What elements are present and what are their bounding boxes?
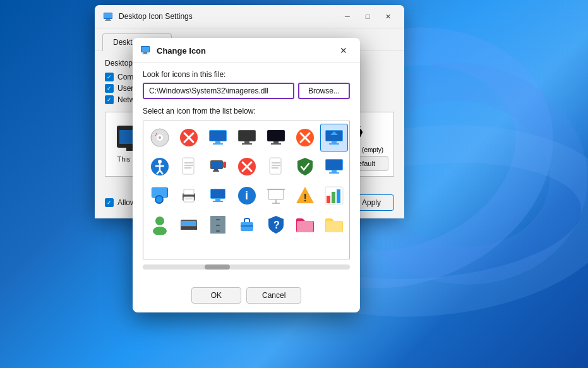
svg-rect-70 [211, 189, 225, 198]
icon-printer[interactable] [175, 182, 203, 210]
dis-window-icon [102, 11, 114, 22]
icon-x-red[interactable] [175, 124, 203, 151]
svg-rect-81 [327, 196, 330, 203]
checkbox-network-check: ✓ [105, 95, 114, 104]
icon-presentation[interactable] [262, 182, 290, 210]
dis-titlebar: Desktop Icon Settings ─ □ ✕ [95, 5, 404, 28]
svg-rect-46 [211, 161, 222, 169]
dis-close-button[interactable]: ✕ [379, 10, 397, 23]
svg-point-64 [156, 196, 162, 203]
svg-rect-96 [241, 222, 253, 231]
svg-rect-17 [215, 141, 220, 143]
svg-rect-1 [104, 13, 112, 18]
checkbox-user-check: ✓ [105, 84, 114, 93]
icon-globe[interactable] [146, 182, 174, 210]
ci-file-row: Browse... [143, 83, 350, 99]
svg-rect-94 [216, 225, 220, 226]
icon-monitor-display[interactable] [204, 182, 232, 210]
ci-window-icon [140, 45, 152, 56]
ci-footer: OK Cancel [133, 282, 360, 312]
ci-browse-button[interactable]: Browse... [298, 83, 350, 99]
icon-moon[interactable] [262, 124, 290, 151]
icon-cabinet[interactable] [204, 211, 232, 239]
icon-warning[interactable]: ! [291, 182, 319, 210]
svg-rect-48 [213, 170, 219, 172]
svg-rect-32 [332, 141, 337, 143]
icon-doc[interactable] [175, 153, 203, 181]
svg-rect-67 [184, 189, 194, 194]
svg-rect-16 [210, 131, 226, 141]
svg-rect-25 [273, 141, 279, 143]
ci-icon-grid: ♪ [146, 124, 347, 239]
svg-rect-83 [337, 189, 340, 203]
svg-rect-5 [141, 47, 149, 52]
svg-rect-59 [332, 170, 337, 172]
icon-chart[interactable] [320, 182, 348, 210]
svg-rect-41 [183, 158, 194, 174]
svg-text:!: ! [304, 193, 307, 203]
icon-briefcase[interactable] [233, 211, 261, 239]
svg-rect-91 [210, 222, 225, 227]
icon-folder2[interactable] [320, 211, 348, 239]
svg-point-36 [158, 160, 162, 163]
ci-cancel-button[interactable]: Cancel [246, 287, 301, 304]
ci-icon-grid-container[interactable]: ♪ [143, 121, 350, 259]
dis-window-controls: ─ □ ✕ [339, 10, 397, 23]
svg-text:i: i [245, 189, 248, 202]
icon-scanner[interactable] [175, 211, 203, 239]
icon-doc2[interactable] [262, 153, 290, 181]
icon-cd[interactable]: ♪ [146, 124, 174, 151]
icon-monitor-blue[interactable] [204, 124, 232, 151]
icon-x-red2[interactable] [233, 153, 261, 181]
svg-point-84 [155, 217, 164, 225]
icon-accessibility[interactable] [146, 153, 174, 181]
svg-rect-3 [105, 20, 111, 21]
svg-rect-82 [332, 192, 335, 203]
svg-rect-24 [268, 131, 284, 141]
ci-file-path-input[interactable] [143, 83, 294, 99]
svg-rect-7 [142, 54, 148, 54]
svg-rect-47 [214, 169, 218, 170]
icon-question[interactable]: ? [262, 211, 290, 239]
svg-rect-21 [244, 141, 249, 143]
svg-rect-26 [271, 143, 281, 145]
svg-rect-68 [185, 198, 193, 199]
svg-rect-60 [329, 172, 339, 174]
svg-rect-71 [215, 199, 220, 201]
ci-scrollbar-thumb [205, 264, 230, 270]
ci-close-button[interactable]: ✕ [335, 44, 352, 57]
ci-file-label: Look for icons in this file: [143, 70, 350, 79]
icon-user[interactable] [146, 211, 174, 239]
svg-rect-95 [216, 230, 220, 232]
svg-point-85 [153, 227, 167, 235]
ci-ok-button[interactable]: OK [191, 287, 241, 304]
allow-checkbox-check: ✓ [105, 198, 114, 207]
svg-text:♪: ♪ [155, 131, 157, 137]
svg-rect-72 [213, 201, 223, 202]
svg-rect-75 [268, 189, 284, 199]
svg-rect-49 [223, 162, 226, 168]
ci-body: Look for icons in this file: Browse... S… [133, 62, 360, 282]
svg-rect-53 [270, 158, 281, 174]
svg-rect-22 [242, 143, 252, 145]
ci-icons-label: Select an icon from the list below: [143, 107, 350, 116]
icon-monitor-selected[interactable] [320, 124, 348, 151]
svg-rect-6 [143, 52, 147, 54]
ci-scrollbar[interactable] [143, 264, 350, 270]
svg-point-10 [159, 136, 161, 139]
icon-monitor-dark[interactable] [233, 124, 261, 151]
icon-check-green[interactable] [291, 153, 319, 181]
change-icon-dialog: Change Icon ✕ Look for icons in this fil… [133, 38, 360, 312]
icon-x-orange[interactable] [291, 124, 319, 151]
icon-display-settings[interactable] [204, 153, 232, 181]
svg-rect-33 [329, 143, 339, 145]
svg-rect-20 [239, 131, 255, 141]
icon-monitor3[interactable] [320, 153, 348, 181]
svg-rect-18 [213, 143, 223, 145]
icon-info[interactable]: i [233, 182, 261, 210]
svg-rect-93 [216, 219, 220, 220]
icon-folder-music[interactable] [291, 211, 319, 239]
dis-minimize-button[interactable]: ─ [339, 10, 356, 23]
dis-maximize-button[interactable]: □ [359, 10, 376, 23]
svg-rect-100 [326, 221, 342, 232]
